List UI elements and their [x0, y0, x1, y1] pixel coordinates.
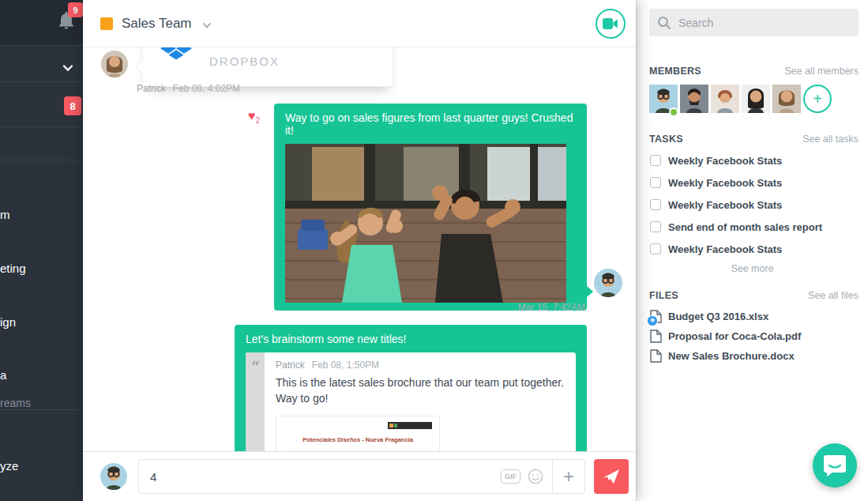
members-title: MEMBERS [649, 66, 701, 77]
dropbox-logo-icon [160, 47, 192, 66]
see-all-files-link[interactable]: See all files [808, 290, 859, 301]
chat-title: Sales Team [122, 16, 192, 32]
members-section-header: MEMBERS See all members [649, 66, 859, 77]
emoji-picker-icon[interactable] [528, 469, 543, 484]
file-name: Proposal for Coca-Cola.pdf [668, 330, 801, 342]
author-name: Patrick [137, 83, 166, 94]
message-bubble: ♥2 Way to go on sales figures from last … [274, 104, 587, 311]
member-avatar[interactable] [680, 85, 708, 116]
search-icon [657, 16, 671, 30]
task-label: Weekly Facebook Stats [668, 199, 782, 211]
rail-subchannel-item[interactable]: reams [0, 397, 31, 409]
rail-collapse-chevron-icon[interactable] [62, 62, 74, 74]
quote-meta: PatrickFeb 08, 1:50PM [276, 360, 565, 371]
video-call-button[interactable] [596, 9, 626, 39]
rail-divider [0, 126, 83, 127]
composer-avatar [100, 463, 127, 490]
rail-divider [0, 160, 83, 160]
chevron-down-icon[interactable] [202, 19, 212, 28]
file-row[interactable]: ❖ Budget Q3 2016.xlsx [650, 308, 768, 324]
quote-icon: “ [246, 352, 265, 451]
brochure-title: Potenciales Diseños - Nueva Fragancia [284, 436, 432, 443]
task-label: Weekly Facebook Stats [668, 155, 782, 167]
file-row[interactable]: New Sales Brochure.docx [650, 348, 795, 364]
file-name: New Sales Brochure.docx [668, 350, 795, 362]
member-avatar[interactable] [742, 85, 770, 116]
rail-channel-item[interactable]: ign [0, 315, 16, 329]
avatar-current-user[interactable] [594, 269, 622, 297]
brochure-logo [388, 422, 432, 429]
task-checkbox[interactable] [650, 221, 661, 232]
add-attachment-button[interactable]: + [553, 467, 584, 486]
heart-reaction[interactable]: ♥2 [248, 109, 260, 125]
message-timestamp: Feb 08, 1:50PM [312, 360, 379, 371]
message-text: Way to go on sales figures from last qua… [285, 111, 576, 137]
search-box [649, 9, 859, 36]
notification-count-badge: 9 [68, 2, 83, 17]
file-name: Budget Q3 2016.xlsx [668, 311, 768, 322]
file-icon [650, 330, 662, 343]
send-button[interactable] [594, 459, 629, 494]
task-row: Send end of month sales report [650, 219, 822, 235]
quoted-message: “ PatrickFeb 08, 1:50PM This is the late… [246, 352, 576, 451]
task-checkbox[interactable] [650, 199, 661, 210]
task-checkbox[interactable] [650, 177, 661, 188]
bubble-tail [586, 285, 593, 298]
gif-picker-button[interactable]: GIF [501, 469, 520, 484]
rail-channel-item[interactable]: a [0, 368, 6, 382]
quote-content: PatrickFeb 08, 1:50PM This is the latest… [265, 352, 576, 451]
quote-text: This is the latest sales brochure that o… [276, 375, 565, 407]
task-label: Weekly Facebook Stats [668, 177, 782, 189]
see-all-tasks-link[interactable]: See all tasks [802, 134, 859, 145]
file-icon: ❖ [650, 310, 662, 323]
member-avatar[interactable] [649, 85, 678, 116]
see-all-members-link[interactable]: See all members [784, 66, 859, 77]
reaction-count: 2 [256, 116, 261, 125]
task-row: Weekly Facebook Stats [650, 153, 782, 168]
search-input[interactable] [678, 17, 859, 29]
see-more-tasks-link[interactable]: See more [637, 263, 868, 274]
dancing-gif[interactable] [285, 144, 566, 303]
member-avatar[interactable] [772, 85, 801, 116]
intercom-messenger-button[interactable] [813, 443, 857, 488]
message-input[interactable] [139, 460, 501, 493]
files-title: FILES [649, 290, 678, 301]
team-sidebar: MEMBERS See all members + TASKS See all … [636, 0, 868, 501]
message-timestamp: Feb 08, 4:02PM [173, 83, 240, 94]
rail-divider [0, 409, 83, 410]
chat-bubble-icon [823, 454, 847, 477]
chat-header: Sales Team [83, 0, 636, 47]
rail-channel-item[interactable]: yze [0, 459, 18, 473]
online-status-dot [669, 107, 678, 117]
task-label: Weekly Facebook Stats [668, 243, 782, 255]
rail-channel-item[interactable]: eting [0, 262, 26, 275]
members-avatars-row: + [649, 85, 832, 116]
task-checkbox[interactable] [650, 243, 661, 254]
brochure-attachment[interactable]: Potenciales Diseños - Nueva Fragancia [276, 416, 440, 451]
team-color-swatch [100, 17, 113, 30]
dropbox-attachment-card[interactable]: DROPBOX [142, 47, 393, 87]
rail-divider [0, 45, 83, 46]
avatar-patrick[interactable] [101, 51, 128, 77]
unread-count-badge: 8 [64, 96, 81, 115]
author-name: Patrick [276, 360, 305, 371]
rail-channel-item[interactable]: m [0, 208, 10, 221]
task-row: Weekly Facebook Stats [650, 241, 782, 257]
message-text: Let's brainstorm some new titles! [246, 333, 576, 345]
task-checkbox[interactable] [650, 155, 661, 166]
task-row: Weekly Facebook Stats [650, 175, 782, 190]
message-list: DROPBOX PatrickFeb 08, 4:02PM ♥2 Way to … [83, 47, 636, 451]
files-section-header: FILES See all files [649, 290, 859, 301]
message-meta: PatrickFeb 08, 4:02PM [137, 83, 240, 94]
message-bubble: Let's brainstorm some new titles! “ Patr… [235, 325, 587, 451]
chat-panel: Sales Team DROPBOX PatrickFeb 08, 4:02PM… [83, 0, 636, 501]
left-navigation-rail: 9 8 m eting ign a reams yze [0, 0, 83, 501]
dropbox-card-label: DROPBOX [209, 55, 280, 68]
file-row[interactable]: Proposal for Coca-Cola.pdf [650, 328, 801, 344]
task-label: Send end of month sales report [668, 221, 822, 233]
rail-divider [0, 81, 83, 82]
add-member-button[interactable]: + [803, 85, 832, 113]
member-avatar[interactable] [711, 85, 739, 116]
rail-top-bar: 9 [0, 0, 83, 45]
message-composer: GIF + [83, 451, 636, 501]
